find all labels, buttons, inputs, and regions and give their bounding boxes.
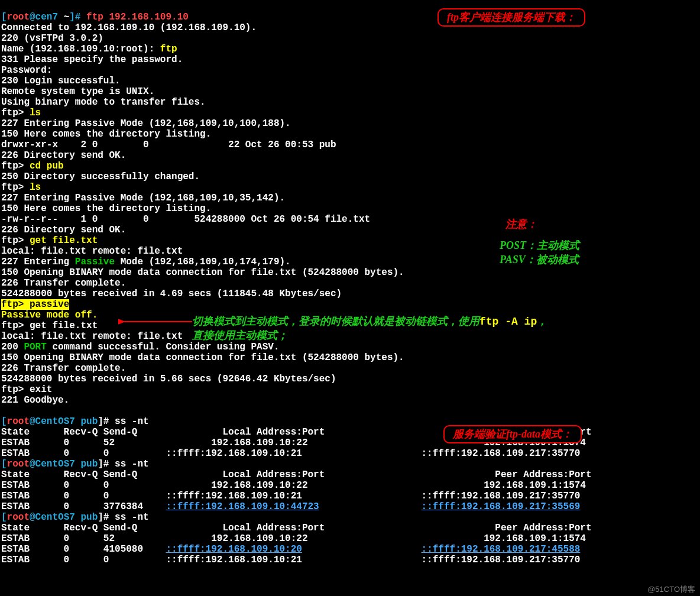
line: 220 (vsFTPd 3.0.2) bbox=[1, 33, 103, 44]
line: 226 Directory send OK. bbox=[1, 150, 126, 161]
line: 227 Entering Passive Mode (192,168,109,1… bbox=[1, 257, 291, 267]
line: 226 Transfer complete. bbox=[1, 363, 126, 374]
line: local: file.txt remote: file.txt bbox=[1, 331, 183, 342]
line: ESTAB 0 4105080 ::ffff:192.168.109.10:20… bbox=[1, 544, 580, 555]
line: 524288000 bytes received in 4.69 secs (1… bbox=[1, 289, 342, 299]
line: Password: bbox=[1, 65, 52, 76]
line: ftp> exit bbox=[1, 384, 52, 395]
line: ESTAB 0 0 ::ffff:192.168.109.10:21 ::fff… bbox=[1, 491, 580, 501]
line: [root@CentOS7 pub]# ss -nt bbox=[1, 416, 149, 427]
line: 227 Entering Passive Mode (192,168,109,1… bbox=[1, 118, 291, 129]
annotation-warning: 注意： bbox=[505, 219, 537, 229]
line: 524288000 bytes received in 5.66 secs (9… bbox=[1, 374, 336, 384]
line: ftp> ls bbox=[1, 182, 41, 193]
line: ESTAB 0 52 192.168.109.10:22 192.168.109… bbox=[1, 533, 586, 544]
line: local: file.txt remote: file.txt bbox=[1, 246, 183, 257]
line: 200 PORT command successful. Consider us… bbox=[1, 342, 279, 352]
line: State Recv-Q Send-Q Local Address:Port P… bbox=[1, 523, 592, 533]
line: 226 Transfer complete. bbox=[1, 278, 126, 289]
line: 331 Please specify the password. bbox=[1, 54, 183, 65]
line: 250 Directory successfully changed. bbox=[1, 171, 200, 182]
annotation-box-client: ftp客户端连接服务端下载： bbox=[438, 8, 585, 27]
line: 150 Here comes the directory listing. bbox=[1, 129, 211, 140]
line: ESTAB 0 0 192.168.109.10:22 192.168.109.… bbox=[1, 480, 586, 491]
line: [root@CentOS7 pub]# ss -nt bbox=[1, 512, 149, 523]
line: 150 Here comes the directory listing. bbox=[1, 203, 211, 214]
annotation-pasv: PASV：被动模式 bbox=[500, 254, 579, 265]
line: ftp> passive bbox=[1, 299, 69, 310]
line: Passive mode off. bbox=[1, 310, 98, 320]
line: ESTAB 0 0 ::ffff:192.168.109.10:21 ::fff… bbox=[1, 448, 580, 459]
line: ESTAB 0 0 ::ffff:192.168.109.10:21 ::fff… bbox=[1, 555, 580, 565]
line: 230 Login successful. bbox=[1, 76, 121, 86]
line: Connected to 192.168.109.10 (192.168.109… bbox=[1, 22, 257, 33]
arrow-icon bbox=[118, 316, 195, 328]
line: Name (192.168.109.10:root): ftp bbox=[1, 44, 177, 54]
line: Using binary mode to transfer files. bbox=[1, 97, 206, 108]
annotation-text: ftp客户端连接服务端下载： bbox=[447, 11, 576, 23]
terminal-output: [root@cen7 ~]# ftp 192.168.109.10 Connec… bbox=[0, 0, 700, 565]
line: 227 Entering Passive Mode (192,168,109,1… bbox=[1, 193, 285, 203]
annotation-mode-switch: 切换模式到主动模式，登录的时候默认就是被动链模式，使用ftp -A ip， bbox=[192, 316, 547, 327]
line: ftp> ls bbox=[1, 108, 41, 118]
annotation-mode-switch-2: 直接使用主动模式； bbox=[192, 330, 288, 341]
line: ftp> cd pub bbox=[1, 161, 64, 171]
line: -rw-r--r-- 1 0 0 524288000 Oct 26 00:54 … bbox=[1, 214, 370, 225]
line: 226 Directory send OK. bbox=[1, 225, 126, 235]
line: [root@CentOS7 pub]# ss -nt bbox=[1, 459, 149, 469]
line: ESTAB 0 3776384 ::ffff:192.168.109.10:44… bbox=[1, 501, 580, 512]
line: State Recv-Q Send-Q Local Address:Port P… bbox=[1, 469, 592, 480]
line: Remote system type is UNIX. bbox=[1, 86, 154, 97]
annotation-text: 服务端验证ftp-data模式： bbox=[453, 428, 572, 440]
watermark: @51CTO博客 bbox=[647, 584, 695, 595]
line: 221 Goodbye. bbox=[1, 395, 69, 406]
line: ftp> get file.txt bbox=[1, 235, 98, 246]
line: [root@cen7 ~]# ftp 192.168.109.10 bbox=[1, 12, 189, 22]
line: drwxr-xr-x 2 0 0 22 Oct 26 00:53 pub bbox=[1, 140, 336, 150]
line: 150 Opening BINARY mode data connection … bbox=[1, 352, 404, 363]
annotation-box-server: 服务端验证ftp-data模式： bbox=[443, 425, 582, 443]
line: ftp> get file.txt bbox=[1, 320, 98, 331]
annotation-post: POST：主动模式 bbox=[500, 240, 579, 251]
line: 150 Opening BINARY mode data connection … bbox=[1, 267, 404, 278]
